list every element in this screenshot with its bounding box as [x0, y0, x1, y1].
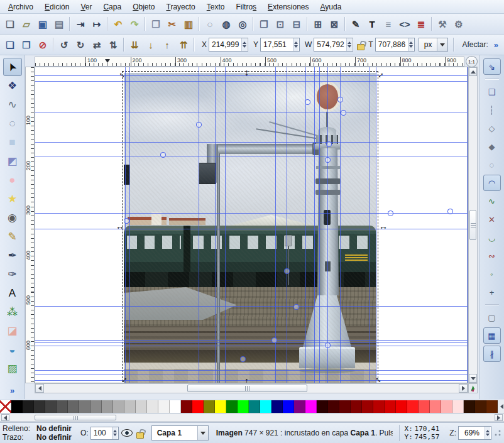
palette-swatch[interactable]: [68, 400, 79, 413]
canvas[interactable]: ↔↔↕↕↔↔↔↔: [35, 67, 468, 383]
raise-to-top-button[interactable]: ⇈: [175, 36, 192, 53]
guide-vertical[interactable]: [215, 67, 216, 383]
scroll-left-button[interactable]: [35, 384, 44, 393]
selected-image-object[interactable]: [124, 73, 376, 383]
snap-bbox-edges-button[interactable]: ┆: [483, 102, 501, 118]
zoom-page-button[interactable]: ◎: [234, 16, 251, 32]
tool-pen-tool[interactable]: ✒: [3, 246, 22, 265]
cut-button[interactable]: ✂: [164, 16, 180, 32]
snap-path-intersections-button[interactable]: ✕: [483, 211, 501, 227]
unlink-clone-button[interactable]: ⊟: [288, 16, 305, 32]
vertical-scrollbar[interactable]: [468, 67, 478, 383]
width-field[interactable]: 574,792: [314, 38, 353, 52]
new-document-button[interactable]: ❏: [2, 16, 18, 32]
palette-scrollbar[interactable]: [0, 413, 504, 422]
palette-swatch[interactable]: [419, 400, 430, 413]
snap-smooth-nodes-button[interactable]: ∾: [483, 248, 501, 264]
unit-select[interactable]: px: [419, 38, 449, 52]
tool-ellipse-tool[interactable]: ●: [3, 171, 22, 189]
guide-anchor[interactable]: [271, 337, 277, 343]
y-spinner[interactable]: [293, 38, 299, 51]
snap-bbox-button[interactable]: ❑: [483, 84, 501, 100]
guide-anchor[interactable]: [284, 268, 290, 274]
tool-text-tool[interactable]: A: [3, 284, 22, 302]
palette-swatch[interactable]: [385, 400, 396, 413]
guide-vertical[interactable]: [319, 67, 320, 383]
palette-swatch[interactable]: [294, 400, 305, 413]
text-dialog-button[interactable]: T: [364, 16, 380, 32]
toolbar-overflow-chevron[interactable]: »: [490, 40, 502, 50]
snap-bbox-centers-button[interactable]: ◌: [483, 156, 501, 173]
guide-vertical[interactable]: [369, 67, 370, 383]
ungroup-objects-button[interactable]: ⊠: [326, 16, 342, 32]
snap-guides-button[interactable]: ∦: [483, 346, 501, 362]
zoom-drawing-button[interactable]: ◍: [218, 16, 234, 32]
guide-anchor[interactable]: [447, 209, 453, 214]
palette-swatch[interactable]: [124, 400, 136, 413]
open-folder-button[interactable]: ▱: [18, 16, 35, 32]
menu-extensiones[interactable]: Extensiones: [262, 1, 314, 13]
guide-vertical[interactable]: [287, 67, 287, 383]
toolbox-overflow-chevron[interactable]: »: [6, 386, 18, 395]
menu-texto[interactable]: Texto: [201, 1, 231, 13]
palette-swatch[interactable]: [305, 400, 317, 413]
opacity-field[interactable]: 100: [90, 427, 119, 440]
lower-one-step-button[interactable]: ↓: [143, 36, 159, 53]
palette-swatch[interactable]: [57, 400, 68, 413]
group-objects-button[interactable]: ⊞: [310, 16, 326, 32]
guide-horizontal[interactable]: [35, 213, 468, 214]
palette-swatch[interactable]: [215, 400, 226, 413]
snap-bbox-edge-midpoints-button[interactable]: ◆: [483, 138, 501, 155]
scroll-down-button[interactable]: [469, 374, 477, 383]
palette-swatch[interactable]: [373, 400, 385, 413]
menu-edicion[interactable]: Edición: [39, 1, 75, 13]
fill-stroke-dialog-button[interactable]: ✎: [348, 16, 364, 32]
guide-horizontal[interactable]: [35, 370, 468, 371]
color-managed-view-toggle[interactable]: [468, 383, 478, 393]
tool-gradient-tool[interactable]: ▨: [3, 359, 22, 378]
guide-horizontal[interactable]: [35, 342, 468, 343]
scroll-up-button[interactable]: [469, 67, 477, 76]
tool-zoom-tool[interactable]: ◌: [3, 114, 22, 133]
guide-horizontal[interactable]: [35, 112, 468, 112]
height-field[interactable]: 707,886: [375, 38, 415, 52]
menu-ver[interactable]: Ver: [75, 1, 97, 13]
save-document-button[interactable]: ▣: [35, 16, 51, 32]
guide-vertical[interactable]: [129, 67, 130, 383]
rotate-cw-button[interactable]: ↻: [72, 36, 89, 53]
palette-swatch[interactable]: [147, 400, 158, 413]
guide-horizontal[interactable]: [35, 75, 468, 76]
guide-anchor[interactable]: [325, 342, 331, 348]
palette-swatch[interactable]: [249, 400, 260, 413]
export-bitmap-button[interactable]: ↦: [89, 16, 105, 32]
palette-swatch[interactable]: [45, 400, 57, 413]
snap-rotation-centers-button[interactable]: +: [483, 284, 501, 300]
guide-vertical[interactable]: [376, 67, 376, 383]
palette-swatch[interactable]: [102, 400, 113, 413]
y-field[interactable]: 17,551: [260, 38, 300, 52]
duplicate-button[interactable]: ❒: [256, 16, 272, 32]
palette-swatch[interactable]: [192, 400, 204, 413]
opacity-spinner[interactable]: [112, 427, 118, 439]
horizontal-scrollbar[interactable]: [35, 383, 468, 393]
flip-horizontal-button[interactable]: ⇄: [89, 36, 105, 53]
guide-vertical[interactable]: [125, 67, 126, 383]
palette-swatch[interactable]: [226, 400, 238, 413]
guide-vertical[interactable]: [199, 67, 199, 383]
palette-scroll-left-button[interactable]: [1, 414, 9, 421]
guide-horizontal[interactable]: [35, 346, 468, 346]
vertical-ruler[interactable]: 100200300400500600: [25, 67, 35, 383]
layer-lock-icon[interactable]: [136, 432, 144, 439]
undo-button[interactable]: ↶: [110, 16, 126, 32]
guide-horizontal[interactable]: [35, 142, 468, 143]
tool-spiral-tool[interactable]: ◉: [3, 209, 22, 227]
palette-left-arrow[interactable]: [498, 400, 504, 413]
palette-swatch[interactable]: [158, 400, 170, 413]
snap-grid-button[interactable]: ▦: [483, 327, 501, 344]
guide-anchor[interactable]: [160, 152, 166, 158]
window-resize-grip[interactable]: [494, 429, 501, 437]
guide-anchor[interactable]: [293, 304, 299, 310]
palette-swatch[interactable]: [351, 400, 362, 413]
guide-anchor[interactable]: [388, 211, 393, 216]
palette-swatch[interactable]: [452, 400, 464, 413]
